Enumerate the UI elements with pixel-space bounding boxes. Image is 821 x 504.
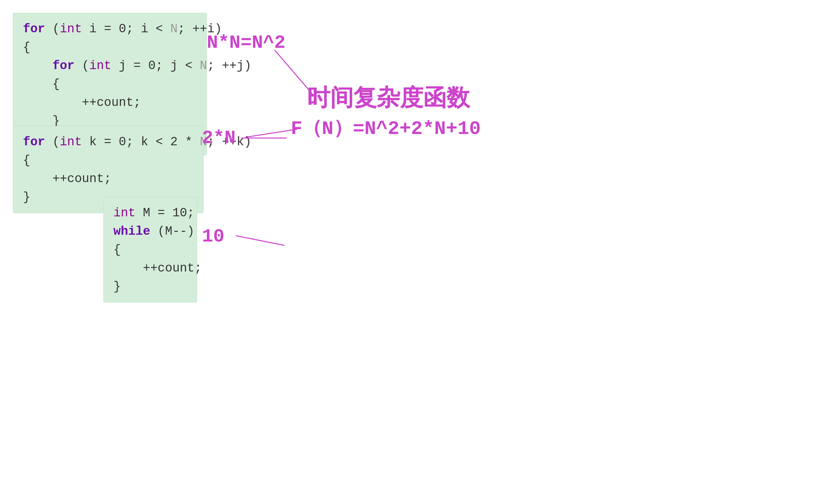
n-squared-label: N*N=N^2 (207, 32, 286, 53)
code-block-3-content: int M = 10; while (M--) { ++count; } (113, 204, 187, 296)
complexity-formula: F（N）=N^2+2*N+10 (291, 115, 481, 141)
code-block-2-content: for (int k = 0; k < 2 * N; ++k) { ++coun… (23, 133, 193, 206)
two-n-label: 2*N (202, 128, 286, 149)
svg-line-2 (236, 236, 284, 245)
code-block-3: int M = 10; while (M--) { ++count; } (103, 197, 197, 303)
two-n-line (241, 138, 286, 139)
ten-label: 10 (202, 226, 224, 247)
complexity-title: 时间复杂度函数 (307, 82, 470, 113)
